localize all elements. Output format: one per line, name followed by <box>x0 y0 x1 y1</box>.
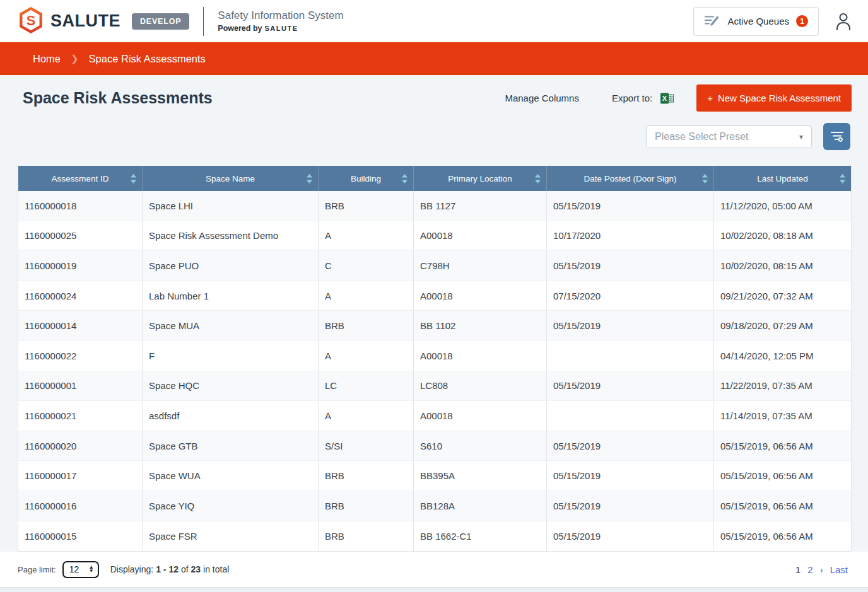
table-cell: 05/15/2019, 06:56 AM <box>714 461 851 490</box>
environment-badge: DEVELOP <box>132 13 189 30</box>
table-cell: A <box>319 401 414 431</box>
table-cell: 05/15/2019 <box>547 431 714 461</box>
table-cell: asdfsdf <box>143 401 319 431</box>
sort-icon[interactable] <box>702 174 708 185</box>
table-cell: 10/17/2020 <box>547 221 714 251</box>
page-header-row: Space Risk Assessments Manage Columns Ex… <box>0 75 868 112</box>
next-page-icon[interactable]: › <box>820 564 823 575</box>
column-header-primary-location[interactable]: Primary Location <box>414 166 547 191</box>
table-cell: BRB <box>319 491 414 521</box>
displaying-status: Displaying:1 - 12 of23 in total <box>110 564 232 574</box>
active-queues-count-badge: 1 <box>796 15 808 27</box>
table-body: 1160000018Space LHIBRBBB 112705/15/20191… <box>18 191 851 551</box>
table-cell: LC <box>319 371 414 401</box>
table-cell: Space YIQ <box>143 491 319 521</box>
table-cell: Space MUA <box>143 311 319 340</box>
table-cell: BB 1102 <box>414 311 547 340</box>
page-title: Space Risk Assessments <box>23 89 213 107</box>
table-cell: 09/18/2020, 07:29 AM <box>714 311 851 340</box>
preset-placeholder: Please Select Preset <box>655 131 749 142</box>
salute-logo-icon: S <box>19 7 43 36</box>
manage-columns-button[interactable]: Manage Columns <box>505 93 579 103</box>
column-header-assessment-id[interactable]: Assessment ID <box>18 166 143 191</box>
preset-filter-row: Please Select Preset ▾ <box>0 123 868 150</box>
table-cell: S/SI <box>319 431 414 461</box>
table-cell: 05/15/2019 <box>547 251 714 281</box>
table-cell: A00018 <box>414 221 547 251</box>
brand-wordmark: SALUTE <box>50 11 120 31</box>
table-cell: F <box>143 341 319 371</box>
page-limit-stepper[interactable]: 12 ▲ ▼ <box>62 561 99 578</box>
table-cell: BB395A <box>414 461 547 490</box>
table-row[interactable]: 1160000022FAA0001804/14/2020, 12:05 PM <box>18 341 851 371</box>
table-row[interactable]: 1160000018Space LHIBRBBB 112705/15/20191… <box>18 191 851 221</box>
table-cell: Space GTB <box>143 431 319 461</box>
filter-settings-button[interactable] <box>823 123 850 150</box>
export-excel-button[interactable]: X <box>660 91 674 105</box>
table-cell: 1160000018 <box>18 191 143 221</box>
column-header-building[interactable]: Building <box>319 166 414 191</box>
sort-icon[interactable] <box>131 174 136 185</box>
table-row[interactable]: 1160000024Lab Number 1AA0001807/15/20200… <box>18 281 851 311</box>
table-cell: 09/21/2020, 07:32 AM <box>714 281 851 311</box>
table-cell: 11/22/2019, 07:35 AM <box>714 371 851 401</box>
page-number-current[interactable]: 1 <box>795 564 801 575</box>
new-space-risk-assessment-button[interactable]: + New Space Risk Assessment <box>696 84 852 112</box>
column-header-label: Last Updated <box>757 174 807 183</box>
last-page-link[interactable]: Last <box>830 564 848 575</box>
table-row[interactable]: 1160000016Space YIQBRBBB128A05/15/201905… <box>18 491 851 521</box>
sort-icon[interactable] <box>307 174 312 185</box>
table-cell: 1160000019 <box>18 251 143 281</box>
column-header-label: Date Posted (Door Sign) <box>584 174 676 183</box>
queue-list-pencil-icon <box>704 15 720 28</box>
active-queues-button[interactable]: Active Queues 1 <box>693 7 819 36</box>
table-cell: 1160000021 <box>18 401 143 431</box>
table-row[interactable]: 1160000019Space PUOCC798H05/15/201910/02… <box>18 251 851 281</box>
breadcrumb-chevron-icon: ❯ <box>71 53 79 64</box>
salute-logo[interactable]: S SALUTE DEVELOP <box>19 7 189 36</box>
table-row[interactable]: 1160000021asdfsdfAA0001811/14/2019, 07:3… <box>18 401 851 431</box>
table-cell: 1160000025 <box>18 221 143 251</box>
table-row[interactable]: 1160000020Space GTBS/SIS61005/15/201905/… <box>18 431 851 461</box>
table-cell: Space LHI <box>143 191 319 221</box>
table-cell: BRB <box>319 461 414 490</box>
sort-icon[interactable] <box>402 174 408 185</box>
table-row[interactable]: 1160000017Space WUABRBBB395A05/15/201905… <box>18 461 851 491</box>
sort-icon[interactable] <box>535 174 541 185</box>
stepper-arrows-icon[interactable]: ▲ ▼ <box>89 566 94 574</box>
svg-text:S: S <box>26 13 36 28</box>
table-cell: 05/15/2019 <box>547 371 714 401</box>
breadcrumb-home-link[interactable]: Home <box>33 53 61 65</box>
active-queues-label: Active Queues <box>727 16 789 26</box>
user-profile-icon[interactable] <box>835 13 852 30</box>
table-cell: 10/02/2020, 08:15 AM <box>714 251 851 281</box>
table-row[interactable]: 1160000015Space FSRBRBBB 1662-C105/15/20… <box>18 521 851 552</box>
table-cell: 1160000001 <box>18 371 143 401</box>
table-row[interactable]: 1160000014Space MUABRBBB 110205/15/20190… <box>18 311 851 341</box>
excel-icon: X <box>660 91 674 105</box>
svg-text:X: X <box>662 95 667 102</box>
app-title: Safety Information System <box>218 9 343 22</box>
table-cell: LC808 <box>414 371 547 401</box>
assessments-table: Assessment IDSpace NameBuildingPrimary L… <box>18 166 852 552</box>
table-row[interactable]: 1160000025Space Risk Assessment DemoAA00… <box>18 221 851 252</box>
column-header-space-name[interactable]: Space Name <box>143 166 319 191</box>
table-cell: Lab Number 1 <box>143 281 319 311</box>
table-cell: C798H <box>414 251 547 281</box>
table-cell: 07/15/2020 <box>547 281 714 311</box>
column-header-label: Primary Location <box>448 174 512 183</box>
table-row[interactable]: 1160000001Space HQCLCLC80805/15/201911/2… <box>18 371 851 402</box>
column-header-date-posted-door-sign[interactable]: Date Posted (Door Sign) <box>547 166 714 191</box>
column-header-label: Assessment ID <box>52 174 109 183</box>
table-cell: 1160000015 <box>18 521 143 552</box>
table-cell <box>547 341 714 371</box>
sort-icon[interactable] <box>840 174 845 185</box>
preset-select[interactable]: Please Select Preset ▾ <box>646 125 812 148</box>
page-limit-label: Page limit: <box>18 565 56 574</box>
column-header-last-updated[interactable]: Last Updated <box>714 166 851 191</box>
table-cell: C <box>319 251 414 281</box>
page-number-link[interactable]: 2 <box>807 564 812 575</box>
table-cell: BB 1127 <box>414 191 547 221</box>
table-cell: BRB <box>319 311 414 340</box>
column-header-label: Space Name <box>206 174 255 183</box>
